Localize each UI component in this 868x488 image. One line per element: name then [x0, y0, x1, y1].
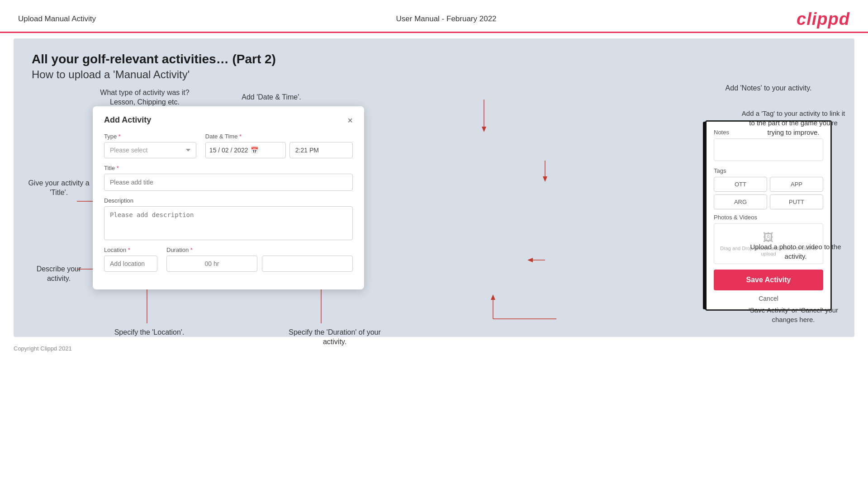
time-input[interactable]: 2:21 PM	[289, 142, 353, 158]
copyright: Copyright Clippd 2021	[14, 345, 72, 352]
save-activity-button[interactable]: Save Activity	[714, 270, 823, 290]
section-subheading: How to upload a 'Manual Activity'	[32, 68, 836, 81]
main-area: All your golf-relevant activities… (Part…	[14, 38, 854, 337]
type-select[interactable]: Please select	[104, 142, 196, 158]
footer: Copyright Clippd 2021	[0, 341, 868, 355]
tag-arg[interactable]: ARG	[714, 194, 767, 209]
tags-grid: OTT APP ARG PUTT	[714, 177, 823, 209]
modal-header: Add Activity ×	[104, 115, 353, 125]
annotation-datetime: Add 'Date & Time'.	[231, 93, 312, 102]
location-duration-row: Location * Duration *	[104, 246, 353, 272]
tag-putt[interactable]: PUTT	[770, 194, 823, 209]
date-value: 15 / 02 / 2022	[209, 147, 248, 154]
title-group: Title *	[104, 165, 353, 191]
tag-app[interactable]: APP	[770, 177, 823, 192]
cancel-link[interactable]: Cancel	[714, 295, 823, 302]
duration-label: Duration *	[166, 246, 353, 253]
date-input[interactable]: 15 / 02 / 2022 📅	[205, 142, 286, 158]
description-group: Description	[104, 197, 353, 240]
tag-ott[interactable]: OTT	[714, 177, 767, 192]
svg-marker-15	[482, 127, 486, 132]
section-heading: All your golf-relevant activities… (Part…	[32, 52, 836, 66]
time-value: 2:21 PM	[295, 147, 319, 154]
page-title: Upload Manual Activity	[18, 14, 96, 24]
phone-screen: Notes Tags OTT APP ARG PUTT Photos & Vid…	[705, 120, 832, 311]
calendar-icon: 📅	[251, 147, 258, 154]
datetime-group: Date & Time * 15 / 02 / 2022 📅 2:21 PM	[205, 133, 353, 158]
datetime-label: Date & Time *	[205, 133, 353, 140]
top-divider	[0, 32, 868, 33]
top-bar: Upload Manual Activity User Manual - Feb…	[0, 0, 868, 32]
logo: clippd	[797, 9, 850, 29]
tags-section-label: Tags	[714, 167, 823, 174]
type-label: Type *	[104, 133, 196, 140]
type-group: Type * Please select	[104, 133, 196, 158]
description-label: Description	[104, 197, 353, 204]
svg-marker-22	[491, 294, 495, 300]
duration-inputs	[166, 256, 353, 272]
modal-title: Add Activity	[104, 115, 151, 125]
location-group: Location *	[104, 246, 157, 272]
location-input[interactable]	[104, 256, 157, 272]
close-button[interactable]: ×	[347, 116, 353, 125]
add-activity-modal: Add Activity × Type * Please select Date…	[93, 106, 364, 289]
manual-title: User Manual - February 2022	[396, 14, 497, 24]
annotation-tag: Add a 'Tag' to your activity to link it …	[741, 109, 845, 137]
duration-min-input[interactable]	[262, 256, 353, 272]
annotation-upload: Upload a photo or video to the activity.	[746, 242, 845, 261]
photos-section-label: Photos & Videos	[714, 214, 823, 221]
annotation-give-title: Give your activity a 'Title'.	[27, 179, 90, 198]
annotation-type: What type of activity was it? Lesson, Ch…	[100, 88, 190, 107]
annotation-duration: Specify the 'Duration' of your activity.	[280, 328, 389, 347]
duration-group: Duration *	[166, 246, 353, 272]
title-label: Title *	[104, 165, 353, 171]
annotation-location: Specify the 'Location'.	[104, 328, 194, 337]
title-input[interactable]	[104, 174, 353, 191]
annotation-notes: Add 'Notes' to your activity.	[705, 84, 832, 93]
svg-marker-19	[527, 258, 533, 262]
duration-hr-input[interactable]	[166, 256, 257, 272]
annotation-describe: Describe your activity.	[27, 265, 90, 284]
annotation-save: 'Save Activity' or 'Cancel' your changes…	[737, 305, 850, 324]
location-label: Location *	[104, 246, 157, 253]
type-datetime-row: Type * Please select Date & Time * 15 / …	[104, 133, 353, 158]
notes-textarea[interactable]	[714, 138, 823, 161]
description-textarea[interactable]	[104, 206, 353, 240]
svg-marker-17	[543, 176, 547, 182]
